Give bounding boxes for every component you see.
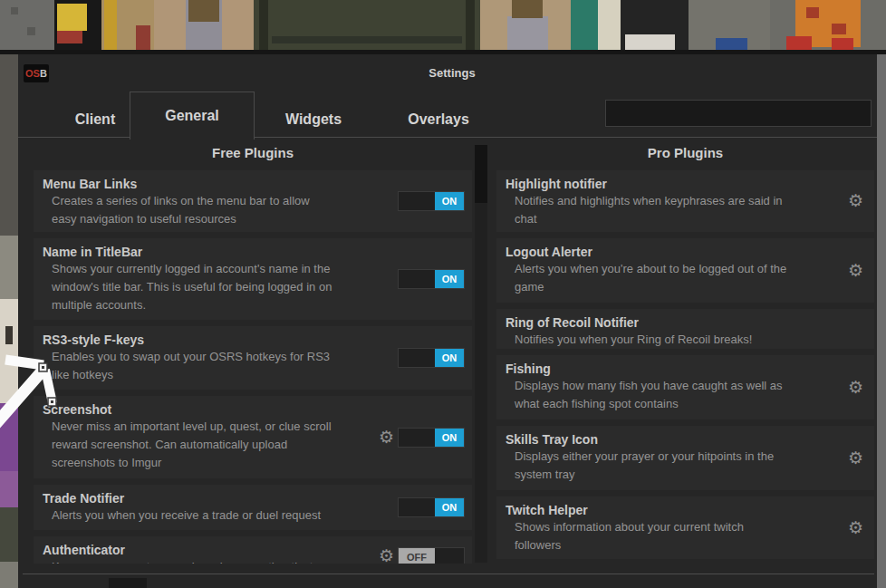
plugin-name: Screenshot (43, 401, 463, 418)
toggle-name-in-titlebar[interactable]: ON (398, 269, 465, 289)
free-plugins-header: Free Plugins (34, 145, 472, 160)
tab-general[interactable]: General (130, 92, 255, 140)
plugin-card-logout-alerter: Logout Alerter Alerts you when you're ab… (496, 238, 874, 303)
plugin-name: Logout Alerter (506, 244, 865, 260)
plugin-description: Creates a series of links on the menu ba… (52, 192, 332, 228)
plugin-description: Alerts you when you receive a trade or d… (52, 506, 332, 525)
plugin-card-ring-of-recoil: Ring of Recoil Notifier Notifies you whe… (496, 309, 874, 349)
gear-icon[interactable]: ⚙ (848, 190, 863, 212)
toggle-rs3-fkeys[interactable]: ON (398, 348, 465, 368)
toggle-on-side (435, 548, 464, 564)
toggle-on-side: ON (435, 270, 464, 288)
plugin-name: Ring of Recoil Notifier (506, 314, 865, 331)
gear-icon[interactable]: ⚙ (379, 427, 394, 448)
plugin-card-skills-tray-icon: Skills Tray Icon Displays either your pr… (496, 426, 874, 490)
plugin-card-menu-bar-links: Menu Bar Links Creates a series of links… (34, 170, 472, 232)
plugin-description: Notifies and highlights when keyphrases … (515, 192, 788, 228)
plugin-card-trade-notifier: Trade Notifier Alerts you when you recei… (34, 485, 472, 530)
toggle-off-side (399, 429, 435, 447)
tab-widgets[interactable]: Widgets (261, 101, 366, 137)
toggle-screenshot[interactable]: ON (398, 428, 465, 448)
plugin-description: Never miss an important level up, quest,… (52, 418, 332, 472)
toggle-on-side: ON (435, 192, 464, 210)
toggle-on-side: ON (435, 498, 464, 516)
toggle-off-side: OFF (399, 548, 435, 564)
pro-plugins-header: Pro Plugins (496, 145, 874, 160)
screen: OSB Settings Client General Widgets Over… (0, 0, 886, 588)
gear-icon[interactable]: ⚙ (379, 545, 394, 564)
dialog-scrollbar-thumb[interactable] (877, 54, 886, 588)
game-background-left (0, 54, 18, 588)
plugin-description: Shows your currently logged in account's… (52, 260, 332, 314)
plugin-card-rs3-fkeys: RS3-style F-keys Enables you to swap out… (34, 326, 472, 390)
plugin-card-screenshot: Screenshot Never miss an important level… (34, 396, 472, 478)
plugin-name: Menu Bar Links (43, 176, 463, 192)
plugin-description: Displays either your prayer or your hitp… (515, 448, 788, 484)
plugin-name: Fishing (506, 361, 865, 377)
free-plugins-list: Menu Bar Links Creates a series of links… (34, 170, 472, 564)
plugin-description: Displays how many fish you have caught a… (515, 377, 788, 413)
toggle-trade-notifier[interactable]: ON (398, 497, 465, 517)
gear-icon[interactable]: ⚙ (848, 448, 863, 469)
gear-icon[interactable]: ⚙ (848, 260, 863, 282)
plugin-name: Twitch Helper (506, 502, 865, 518)
toggle-menu-bar-links[interactable]: ON (398, 191, 465, 211)
toggle-off-side (399, 192, 435, 210)
game-background-top (0, 0, 886, 54)
plugin-description: Keep your account secure by using an aut… (52, 558, 332, 564)
tab-overlays-label: Overlays (408, 111, 469, 128)
plugin-name: Highlight notifier (506, 176, 865, 192)
plugin-description: Shows information about your current twi… (515, 518, 788, 554)
footer-divider (23, 574, 874, 574)
tab-overlays[interactable]: Overlays (383, 101, 494, 137)
footer-fragment (109, 578, 147, 588)
toggle-off-side (399, 498, 435, 516)
settings-dialog: OSB Settings Client General Widgets Over… (18, 54, 886, 588)
free-plugins-scrollbar-thumb[interactable] (475, 145, 487, 203)
toggle-authenticator[interactable]: OFF (398, 547, 465, 564)
plugin-card-fishing: Fishing Displays how many fish you have … (496, 355, 874, 419)
plugin-name: RS3-style F-keys (43, 332, 463, 348)
free-plugins-scrollbar[interactable] (475, 145, 487, 563)
toggle-on-side: ON (435, 429, 464, 447)
tab-general-label: General (165, 108, 219, 124)
plugin-description: Notifies you when your Ring of Recoil br… (515, 331, 788, 349)
plugin-description: Enables you to swap out your OSRS hotkey… (52, 348, 332, 384)
gear-icon[interactable]: ⚙ (848, 377, 863, 399)
toggle-off-side (399, 349, 435, 367)
plugin-card-highlight-notifier: Highlight notifier Notifies and highligh… (496, 170, 874, 232)
plugin-card-authenticator: Authenticator Keep your account secure b… (34, 536, 472, 564)
toggle-off-side (399, 270, 435, 288)
search-input[interactable] (605, 100, 872, 127)
tab-client-label: Client (75, 111, 115, 128)
plugin-card-twitch-helper: Twitch Helper Shows information about yo… (496, 496, 874, 559)
dialog-title: Settings (18, 66, 886, 80)
tab-widgets-label: Widgets (285, 111, 342, 128)
plugin-description: Alerts you when you're about to be logge… (515, 260, 788, 296)
toggle-on-side: ON (435, 349, 464, 367)
plugin-name: Name in TitleBar (43, 244, 463, 260)
dialog-scrollbar[interactable] (877, 54, 886, 588)
gear-icon[interactable]: ⚙ (848, 517, 863, 539)
plugin-card-name-in-titlebar: Name in TitleBar Shows your currently lo… (34, 238, 472, 320)
plugin-name: Skills Tray Icon (506, 431, 865, 448)
pro-plugins-list: Highlight notifier Notifies and highligh… (496, 170, 874, 564)
